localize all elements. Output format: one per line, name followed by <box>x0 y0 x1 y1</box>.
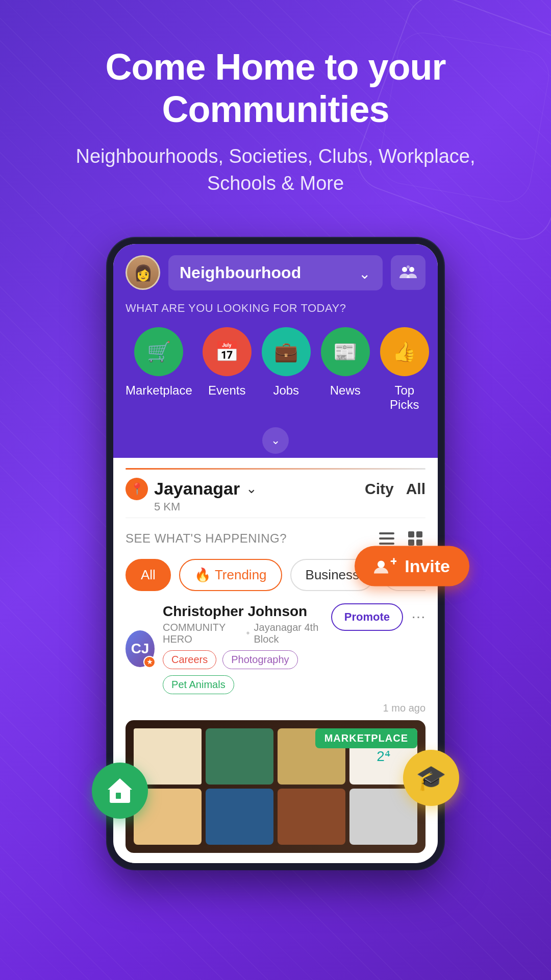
invite-icon <box>374 557 396 575</box>
user-tags: Careers Photography Pet Animals <box>163 650 331 694</box>
flame-icon: 🔥 <box>194 567 211 583</box>
svg-rect-16 <box>122 792 127 797</box>
category-jobs[interactable]: 💼 Jobs <box>262 327 311 412</box>
looking-label: WHAT ARE YOU LOOKING FOR TODAY? <box>126 302 425 315</box>
svg-rect-4 <box>379 537 394 540</box>
svg-point-1 <box>409 267 414 272</box>
grid-item-6 <box>206 789 273 845</box>
svg-rect-5 <box>379 543 394 545</box>
location-name[interactable]: Jayanagar <box>154 479 240 499</box>
marketplace-icon: 🛒 <box>134 327 183 376</box>
hero-badge: ★ <box>143 656 156 668</box>
avatar-initials: CJ <box>131 641 149 657</box>
chevron-down-icon: ⌄ <box>357 265 371 280</box>
svg-point-2 <box>407 265 410 268</box>
post-user: CJ ★ Christopher Johnson COMMUNITY HERO … <box>126 603 331 694</box>
app-header: 👩 Neighbourhood ⌄ <box>113 244 438 302</box>
grid-item-8 <box>349 789 417 845</box>
svg-rect-7 <box>416 531 422 537</box>
grid-item-7 <box>278 789 345 845</box>
grid-item-2 <box>206 728 273 785</box>
svg-point-0 <box>402 267 407 272</box>
tag-careers[interactable]: Careers <box>163 650 216 669</box>
category-events[interactable]: 📅 Events <box>203 327 252 412</box>
location-bar: 📍 Jayanagar ⌄ City All 5 KM <box>113 458 438 518</box>
news-icon: 📰 <box>321 327 370 376</box>
post-image: 2⁴ MARKETPLACE <box>126 720 425 853</box>
education-fab[interactable]: 🎓 <box>403 750 459 806</box>
separator: • <box>246 627 250 639</box>
city-all-row: City All <box>365 480 425 498</box>
location-pin-icon: 📍 <box>126 478 148 500</box>
promote-button[interactable]: Promote <box>331 603 403 631</box>
category-row: 🛒 Marketplace 📅 Events 💼 Jobs 📰 News <box>126 327 425 412</box>
svg-marker-14 <box>108 778 132 790</box>
trending-label: Trending <box>215 567 267 583</box>
user-avatar: CJ ★ <box>126 630 155 667</box>
post-time: 1 mo ago <box>126 702 425 714</box>
tag-photography[interactable]: Photography <box>222 650 297 669</box>
avatar[interactable]: 👩 <box>126 255 160 290</box>
marketplace-label: Marketplace <box>126 383 192 398</box>
post-actions: Promote ⋯ <box>331 603 425 631</box>
user-name: Christopher Johnson <box>163 603 331 620</box>
expand-button-wrapper: ⌄ <box>113 427 438 458</box>
category-marketplace[interactable]: 🛒 Marketplace <box>126 327 192 412</box>
phone-mockup: 👩 Neighbourhood ⌄ <box>0 238 551 869</box>
avatar-face: 👩 <box>127 257 159 288</box>
events-label: Events <box>208 383 245 398</box>
more-options-button[interactable]: ⋯ <box>411 608 425 625</box>
svg-rect-3 <box>379 532 394 534</box>
svg-rect-8 <box>408 540 414 546</box>
feed-section-label: SEE WHAT'S HAPPENING? <box>126 531 287 546</box>
location-row: 📍 Jayanagar ⌄ City All <box>126 478 425 500</box>
events-icon: 📅 <box>203 327 252 376</box>
location-left: 📍 Jayanagar ⌄ <box>126 478 257 500</box>
expand-button[interactable]: ⌄ <box>262 427 289 454</box>
housing-fab[interactable] <box>92 763 148 819</box>
invite-button[interactable]: Invite <box>355 546 469 586</box>
hero-title: Come Home to your Communities <box>41 46 510 131</box>
hero-section: Come Home to your Communities Neighbourh… <box>0 0 551 223</box>
hero-subtitle: Neighbourhoods, Societies, Clubs, Workpl… <box>41 143 510 197</box>
group-icon <box>398 263 418 282</box>
toppicks-icon: 👍 <box>380 327 429 376</box>
news-label: News <box>330 383 361 398</box>
group-icon-button[interactable] <box>391 255 425 290</box>
user-role-label: COMMUNITY HERO <box>163 622 242 645</box>
phone-outer: 👩 Neighbourhood ⌄ <box>107 238 444 869</box>
user-role-row: COMMUNITY HERO • Jayanagar 4th Block <box>163 622 331 645</box>
invite-button-wrapper: Invite <box>355 546 469 586</box>
post-header: CJ ★ Christopher Johnson COMMUNITY HERO … <box>126 603 425 694</box>
neighbourhood-label: Neighbourhood <box>180 263 301 282</box>
housing-icon <box>106 776 134 805</box>
category-news[interactable]: 📰 News <box>321 327 370 412</box>
svg-point-10 <box>378 560 385 568</box>
marketplace-badge: MARKETPLACE <box>315 728 417 748</box>
category-toppicks[interactable]: 👍 Top Picks <box>380 327 429 412</box>
location-distance: 5 KM <box>154 500 425 513</box>
filter-trending[interactable]: 🔥 Trending <box>179 559 282 591</box>
svg-rect-9 <box>416 540 422 546</box>
hero-star-icon: ★ <box>147 658 153 666</box>
filter-all[interactable]: All <box>126 559 171 591</box>
all-filter[interactable]: All <box>406 480 425 498</box>
svg-rect-15 <box>116 793 121 799</box>
invite-label: Invite <box>405 556 450 576</box>
svg-rect-6 <box>408 531 414 537</box>
looking-section: WHAT ARE YOU LOOKING FOR TODAY? 🛒 Market… <box>113 302 438 427</box>
user-location-label: Jayanagar 4th Block <box>254 622 331 645</box>
location-chevron-icon: ⌄ <box>246 481 257 497</box>
jobs-icon: 💼 <box>262 327 311 376</box>
post-card: CJ ★ Christopher Johnson COMMUNITY HERO … <box>126 603 425 853</box>
jobs-label: Jobs <box>273 383 299 398</box>
location-line <box>126 468 425 470</box>
neighbourhood-dropdown[interactable]: Neighbourhood ⌄ <box>168 255 383 290</box>
city-filter[interactable]: City <box>365 480 394 498</box>
toppicks-label: Top Picks <box>380 383 429 412</box>
user-info: Christopher Johnson COMMUNITY HERO • Jay… <box>163 603 331 694</box>
tag-pets[interactable]: Pet Animals <box>163 675 234 694</box>
